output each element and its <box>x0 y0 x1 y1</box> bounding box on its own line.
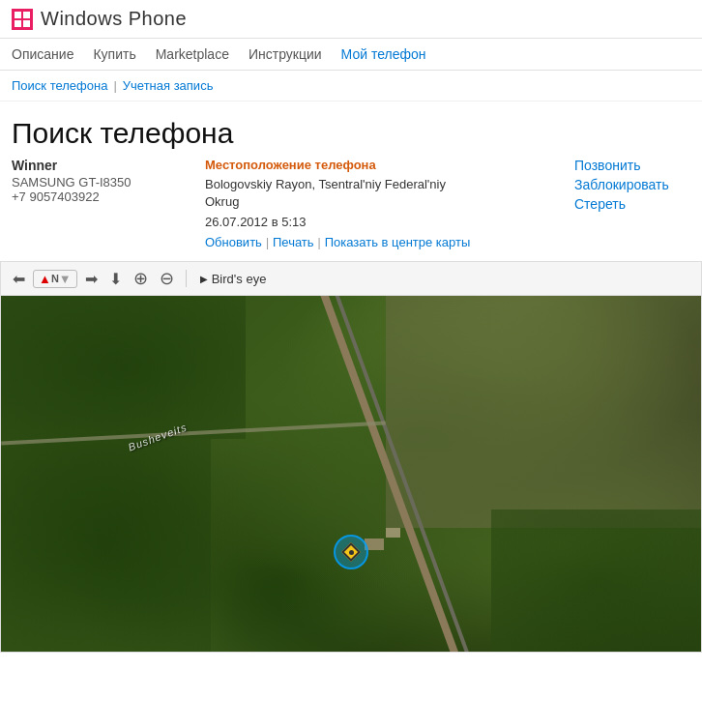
north-arrow: ▲ <box>39 272 51 286</box>
refresh-link[interactable]: Обновить <box>205 235 262 249</box>
svg-rect-0 <box>15 12 21 18</box>
nav-item-buy[interactable]: Купить <box>93 46 135 62</box>
main-nav: Описание Купить Marketplace Инструкции М… <box>0 39 702 71</box>
print-link[interactable]: Печать <box>273 235 314 249</box>
link-sep-1: | <box>266 236 269 249</box>
location-links: Обновить | Печать | Показать в центре ка… <box>205 235 555 249</box>
marker-inner <box>342 543 360 561</box>
location-address: Bologovskiy Rayon, Tsentral'niy Federal'… <box>205 176 555 211</box>
content-area: Winner SAMSUNG GT-I8350 +7 9057403922 Ме… <box>0 158 702 249</box>
birds-eye-triangle: ▶ <box>200 274 208 284</box>
page-title: Поиск телефона <box>0 102 702 158</box>
nav-item-instructions[interactable]: Инструкции <box>249 46 322 62</box>
nav-item-marketplace[interactable]: Marketplace <box>156 46 229 62</box>
birds-eye-button[interactable]: ▶ Bird's eye <box>194 270 273 288</box>
forest-bottom-left <box>1 439 211 653</box>
forest-bottom-right <box>491 510 701 652</box>
settlement-overlay <box>386 296 701 527</box>
zoom-out-button[interactable]: ⊖ <box>156 266 178 291</box>
site-title: Windows Phone <box>41 8 187 30</box>
device-owner-name: Winner <box>12 158 186 173</box>
zoom-in-button[interactable]: ⊕ <box>130 266 152 291</box>
action-links: Позвонить Заблокировать Стереть <box>574 158 690 249</box>
breadcrumb: Поиск телефона | Учетная запись <box>0 71 702 102</box>
map-toolbar: ⬅ ▲ N ▼ ➡ ⬇ ⊕ ⊖ ▶ Bird's eye <box>0 261 702 295</box>
forest-top-left <box>1 296 246 438</box>
location-address-line1: Bologovskiy Rayon, Tsentral'niy Federal'… <box>205 177 446 191</box>
nav-item-description[interactable]: Описание <box>12 46 73 62</box>
center-map-link[interactable]: Показать в центре карты <box>325 235 471 249</box>
erase-link[interactable]: Стереть <box>574 196 690 212</box>
pan-down-button[interactable]: ⬇ <box>105 268 126 290</box>
header: Windows Phone <box>0 0 702 39</box>
pan-right-button[interactable]: ➡ <box>81 268 102 290</box>
device-info: Winner SAMSUNG GT-I8350 +7 9057403922 <box>12 158 186 249</box>
map-container[interactable]: Busheveits <box>0 295 702 653</box>
breadcrumb-account[interactable]: Учетная запись <box>123 78 214 93</box>
device-model: SAMSUNG GT-I8350 <box>12 175 186 189</box>
location-address-line2: Okrug <box>205 194 239 209</box>
svg-rect-3 <box>23 20 30 27</box>
svg-rect-2 <box>15 20 21 27</box>
location-marker <box>334 535 368 569</box>
location-datetime: 26.07.2012 в 5:13 <box>205 215 555 229</box>
marker-dot <box>349 550 354 555</box>
breadcrumb-phone-search[interactable]: Поиск телефона <box>12 78 107 93</box>
map-background: Busheveits <box>1 296 701 652</box>
map-section: ⬅ ▲ N ▼ ➡ ⬇ ⊕ ⊖ ▶ Bird's eye <box>0 261 702 653</box>
lock-link[interactable]: Заблокировать <box>574 177 690 192</box>
building-2 <box>386 528 400 538</box>
link-sep-2: | <box>318 236 321 249</box>
logo-icon <box>12 9 33 30</box>
svg-rect-1 <box>23 12 30 18</box>
toolbar-separator <box>186 270 187 287</box>
pan-left-button[interactable]: ⬅ <box>9 268 29 290</box>
device-phone: +7 9057403922 <box>12 189 186 204</box>
nav-item-myphone[interactable]: Мой телефон <box>341 46 426 62</box>
windows-logo-svg <box>15 12 30 27</box>
location-title: Местоположение телефона <box>205 158 555 172</box>
compass-button[interactable]: ▲ N ▼ <box>33 270 77 288</box>
birds-eye-label: Bird's eye <box>212 272 267 286</box>
north-label: N <box>51 273 59 284</box>
call-link[interactable]: Позвонить <box>574 158 690 173</box>
breadcrumb-separator: | <box>113 78 116 93</box>
location-info: Местоположение телефона Bologovskiy Rayo… <box>205 158 555 249</box>
south-arrow: ▼ <box>59 272 72 286</box>
